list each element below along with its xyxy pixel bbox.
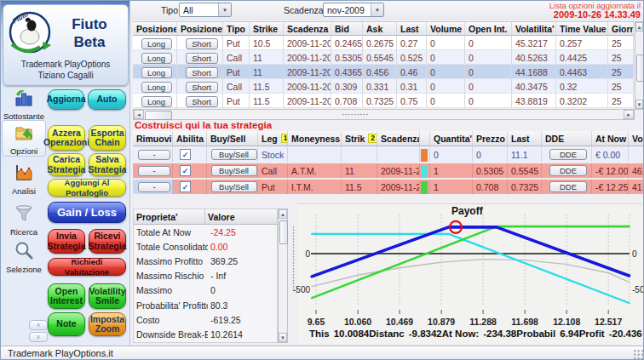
- nav-scroll-up-button[interactable]: ∧: [29, 320, 48, 330]
- long-button[interactable]: Long: [141, 67, 172, 78]
- scroll-right-icon[interactable]: ►: [624, 110, 634, 119]
- remove-leg-button[interactable]: -: [138, 150, 170, 160]
- chain-vscroll-thumb[interactable]: [636, 54, 644, 82]
- invia-strategia-button[interactable]: Invia Strategia: [48, 229, 85, 254]
- x-axis-label: 11.698: [511, 317, 538, 327]
- buy-sell-button[interactable]: Buy/Sell: [211, 149, 257, 160]
- ricevi-strategia-button[interactable]: Ricevi Strategia: [89, 229, 126, 254]
- scroll-down-icon[interactable]: ▼: [279, 333, 287, 342]
- abilita-checkbox[interactable]: ✓: [180, 181, 191, 192]
- azzera-operazioni-button[interactable]: Azzera Operazioni: [48, 125, 85, 151]
- richiedi-valutazione-button[interactable]: Richiedi Valutazione: [48, 258, 126, 276]
- strategy-cell-scadenza: 2009-11-20: [377, 163, 420, 178]
- long-button[interactable]: Long: [141, 82, 172, 93]
- strategy-header-moneyness: Moneyness: [288, 131, 342, 146]
- scroll-up-icon[interactable]: ▲: [279, 209, 287, 219]
- nav-scroll-down-button[interactable]: ∨: [29, 332, 48, 342]
- long-button[interactable]: Long: [141, 96, 172, 107]
- chain-hscroll-thumb[interactable]: [145, 111, 172, 120]
- property-row: Totale Consolidato0.00: [134, 239, 277, 254]
- x-axis-label: 10.879: [428, 317, 455, 327]
- scroll-left-icon[interactable]: ◄: [134, 110, 144, 119]
- strategy-cell-last: 0.5545: [508, 163, 542, 178]
- sidebar-item-label: Selezione: [2, 265, 46, 274]
- chart-status-label: Profit: [579, 329, 605, 339]
- vertical-splitter-grip[interactable]: [291, 226, 296, 290]
- short-button[interactable]: Short: [186, 82, 218, 93]
- chain-splitter-grip[interactable]: [342, 112, 369, 117]
- dde-button[interactable]: DDE: [549, 149, 587, 160]
- carica-strategia-button[interactable]: Carica Strategia: [48, 153, 85, 176]
- tipo-dropdown[interactable]: All ▼: [179, 3, 232, 17]
- property-value: 0.00: [208, 242, 227, 252]
- properties-scroll-thumb[interactable]: [279, 220, 288, 244]
- chain-cell-time-value: 0.4463: [556, 65, 608, 79]
- x-axis-label: 12.108: [553, 317, 580, 327]
- gain-loss-button[interactable]: Gain / Loss: [48, 202, 126, 223]
- chain-row[interactable]: LongShortPut10.52009-11-200.24650.26750.…: [133, 36, 634, 50]
- imposta-zoom-button[interactable]: Imposta Zoom: [89, 312, 126, 336]
- sidebar-item-ricerca[interactable]: Ricerca: [2, 202, 46, 237]
- sidebar-item-sottostante[interactable]: Sottostante: [2, 86, 46, 121]
- sidebar-item-selezione[interactable]: Selezione: [2, 239, 46, 274]
- chain-row[interactable]: LongShortPut11.52009-11-200.7080.73250.7…: [133, 94, 634, 108]
- aggiorna-button[interactable]: Aggiorna: [48, 89, 84, 110]
- properties-scrollbar[interactable]: ▲ ▼: [278, 209, 288, 343]
- long-button[interactable]: Long: [141, 38, 172, 49]
- chain-cell-last: 0.31: [397, 79, 427, 94]
- strategy-cell-buysell: Buy/Sell: [207, 163, 258, 178]
- note-button[interactable]: Note: [48, 312, 85, 336]
- chain-row[interactable]: LongShortCall11.52009-11-200.3090.3310.3…: [133, 79, 634, 94]
- abilita-checkbox[interactable]: ✓: [180, 165, 191, 176]
- buy-sell-button[interactable]: Buy/Sell: [211, 165, 257, 176]
- strategy-cell-strike: 11.5: [342, 180, 377, 194]
- chain-cell-volume: 0: [427, 50, 465, 65]
- short-button[interactable]: Short: [186, 53, 218, 64]
- scroll-down-icon[interactable]: ▼: [635, 100, 643, 109]
- buy-sell-button[interactable]: Buy/Sell: [211, 181, 257, 192]
- chain-cell-tipo: Put: [223, 36, 250, 50]
- strategy-cell-at-now: € 0.00: [592, 147, 629, 162]
- esporta-chain-button[interactable]: Esporta Chain: [89, 125, 126, 151]
- property-row: Probabilita' Profitto80.3: [134, 298, 277, 312]
- short-button[interactable]: Short: [186, 67, 218, 78]
- chain-cell-last: 0.525: [397, 50, 427, 65]
- trademark-line1: Trademark PlayOptions: [3, 60, 128, 69]
- property-name: Downside Break-Even: [134, 329, 208, 340]
- scadenza-dropdown[interactable]: nov-2009 ▼: [323, 3, 384, 17]
- dde-button[interactable]: DDE: [549, 181, 587, 192]
- sidebar-item-label: Analisi: [2, 186, 46, 196]
- auto-button[interactable]: Auto: [88, 89, 126, 110]
- chain-horizontal-scrollbar[interactable]: ◄ ►: [133, 109, 635, 120]
- strategy-cell-color: [420, 163, 430, 178]
- resize-grip[interactable]: [633, 349, 644, 360]
- strategy-cell-at-now: -€ 12.25: [592, 180, 629, 194]
- logo-card: Fiuto Fiuto Beta Trademark PlayOptions T…: [3, 4, 129, 86]
- properties-col-name: Proprieta': [134, 209, 205, 224]
- chain-row[interactable]: LongShortCall112009-11-200.53050.55450.5…: [133, 50, 634, 65]
- strategy-cell-moneyness: I.T.M.: [288, 180, 342, 194]
- options-updated-timestamp: 2009-10-26 14.33.49: [549, 10, 641, 20]
- sidebar-item-analisi[interactable]: Analisi: [2, 161, 46, 196]
- abilita-checkbox[interactable]: ✓: [180, 149, 191, 160]
- scroll-up-icon[interactable]: ▲: [635, 22, 643, 31]
- open-interest-button[interactable]: Open Interest: [48, 283, 85, 309]
- remove-leg-button[interactable]: -: [138, 166, 170, 176]
- volatility-smile-button[interactable]: Volatility Smile: [89, 283, 126, 309]
- strategy-header-label: Strik: [345, 134, 365, 144]
- chain-vertical-scrollbar[interactable]: ▲ ▼: [635, 21, 644, 110]
- dde-button[interactable]: DDE: [549, 165, 587, 176]
- y-axis-label-right: 0: [632, 249, 637, 259]
- left-panel: ✕ Fiuto Fiuto Beta Trademark PlayOptions…: [1, 1, 130, 346]
- sidebar-item-opzioni[interactable]: Opzioni: [2, 120, 46, 157]
- chain-row[interactable]: LongShortPut112009-11-200.43650.4560.460…: [133, 65, 634, 79]
- aggiungi-portafoglio-button[interactable]: Aggiungi Al Portafoglio: [48, 179, 126, 197]
- short-button[interactable]: Short: [186, 38, 218, 49]
- chain-cell-strike: 11: [250, 50, 284, 65]
- short-button[interactable]: Short: [186, 96, 218, 107]
- remove-leg-button[interactable]: -: [138, 182, 170, 192]
- salva-strategia-button[interactable]: Salva Strategia: [89, 153, 126, 176]
- long-button[interactable]: Long: [141, 53, 172, 64]
- chain-cell-posizione-short: Short: [177, 94, 223, 108]
- strategy-cell-last: 11.1: [508, 147, 542, 162]
